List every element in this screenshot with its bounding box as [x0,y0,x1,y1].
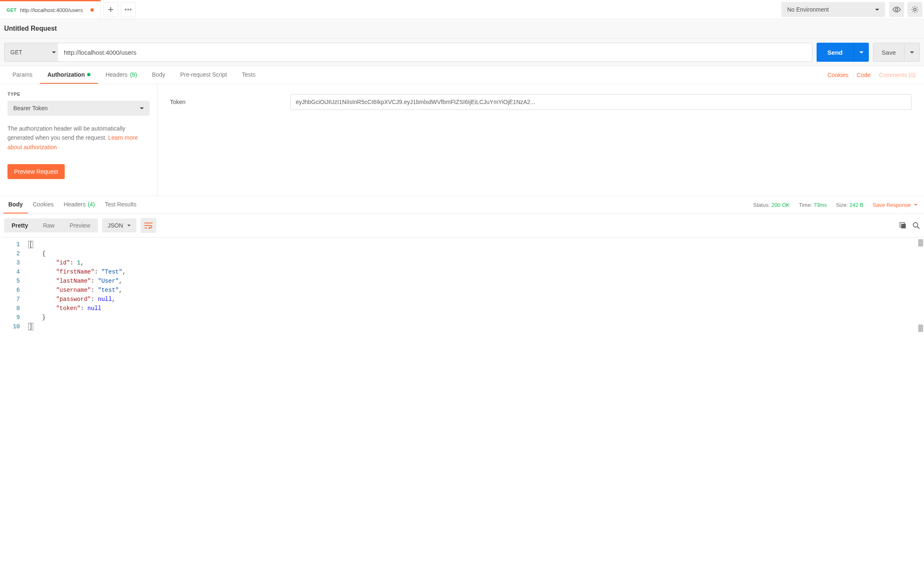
save-response-button[interactable]: Save Response [873,202,917,208]
code-line: "username": "test", [28,286,924,295]
settings-button[interactable] [907,2,922,17]
chevron-down-icon [52,51,56,53]
code-line: } [28,313,924,322]
url-bar: GET Send Save [0,39,924,66]
scrollbar-thumb[interactable] [918,325,923,332]
chevron-down-icon [859,51,863,53]
chevron-down-icon [140,107,144,109]
code-line: ] [28,322,924,331]
code-lines[interactable]: [ { "id": 1, "firstName": "Test", "lastN… [28,237,924,334]
format-select[interactable]: JSON [102,218,136,233]
chevron-down-icon [127,225,131,226]
code-line: "id": 1, [28,258,924,267]
chevron-down-icon [910,51,914,53]
request-title: Untitled Request [4,25,920,32]
resp-tab-cookies[interactable]: Cookies [28,196,59,213]
resp-tab-headers[interactable]: Headers (4) [59,196,100,213]
eye-icon [892,7,901,12]
request-title-row: Untitled Request [0,19,924,39]
response-body: 1 2 3 4 5 6 7 8 9 10 [ { "id": 1, "first… [0,237,924,334]
auth-left-pane: TYPE Bearer Token The authorization head… [0,84,158,196]
search-icon [912,222,920,229]
tab-tests[interactable]: Tests [234,66,263,84]
send-button[interactable]: Send [817,43,869,62]
view-pretty[interactable]: Pretty [4,218,36,233]
authorization-panel: TYPE Bearer Token The authorization head… [0,84,924,196]
svg-point-0 [125,9,126,10]
view-preview[interactable]: Preview [62,218,98,233]
tab-headers[interactable]: Headers (9) [98,66,144,84]
http-method-select[interactable]: GET [4,43,62,62]
response-meta: Status: 200 OK Time: 73ms Size: 242 B Sa… [753,202,921,208]
auth-type-label: TYPE [7,92,150,97]
send-label: Send [817,43,854,62]
search-button[interactable] [912,222,920,229]
status-meta: Status: 200 OK [753,202,790,208]
request-tabs: Params Authorization Headers (9) Body Pr… [0,66,924,84]
cookies-link[interactable]: Cookies [827,72,849,78]
auth-type-select[interactable]: Bearer Token [7,101,150,116]
code-line: "token": null [28,304,924,313]
save-label: Save [873,43,905,61]
save-options-button[interactable] [905,43,919,61]
preview-request-button[interactable]: Preview Request [7,164,65,179]
new-tab-button[interactable] [103,2,118,17]
line-gutter: 1 2 3 4 5 6 7 8 9 10 [0,237,28,334]
size-meta: Size: 242 B [836,202,864,208]
svg-point-4 [914,8,916,11]
tab-prerequest[interactable]: Pre-request Script [173,66,234,84]
comments-link[interactable]: Comments (0) [879,72,916,78]
token-row: Token [170,94,912,110]
code-link[interactable]: Code [857,72,871,78]
svg-point-1 [127,9,129,10]
tab-url: http://localhost:4000/users [20,7,83,13]
auth-type-value: Bearer Token [13,105,48,111]
save-button[interactable]: Save [873,43,920,62]
url-input[interactable] [58,43,812,62]
wrap-lines-button[interactable] [141,218,156,233]
environment-select[interactable]: No Environment [781,2,885,17]
gear-icon [911,6,919,13]
copy-button[interactable] [899,222,907,229]
plus-icon [108,7,114,12]
tab-options-button[interactable] [121,2,136,17]
environment-quicklook-button[interactable] [889,2,904,17]
chevron-down-icon [914,204,917,206]
svg-point-7 [913,223,918,227]
send-options-button[interactable] [854,43,869,62]
copy-icon [899,222,907,229]
view-mode-segment: Pretty Raw Preview [4,218,98,233]
auth-right-pane: Token [158,84,924,196]
response-tabs: Body Cookies Headers (4) Test Results St… [0,196,924,214]
time-meta: Time: 73ms [799,202,827,208]
view-raw[interactable]: Raw [36,218,62,233]
svg-point-3 [895,8,898,11]
tab-authorization[interactable]: Authorization [40,66,98,84]
request-tab[interactable]: GET http://localhost:4000/users [0,0,101,19]
top-bar: GET http://localhost:4000/users No Envir… [0,0,924,19]
scrollbar-thumb[interactable] [918,239,923,247]
http-method-label: GET [10,49,22,56]
tab-method: GET [7,7,17,12]
resp-tab-body[interactable]: Body [3,196,28,213]
unsaved-dot-icon [90,8,94,12]
response-view-controls: Pretty Raw Preview JSON [0,214,924,237]
svg-rect-5 [901,224,906,228]
wrap-icon [144,222,153,229]
code-line: "lastName": "User", [28,276,924,286]
token-input[interactable] [290,94,912,110]
code-line: [ [28,240,924,249]
code-line: "password": null, [28,295,924,304]
code-line: { [28,249,924,258]
auth-note: The authorization header will be automat… [7,124,150,152]
token-label: Token [170,99,278,105]
format-label: JSON [108,222,123,229]
chevron-down-icon [875,9,879,11]
svg-point-2 [130,9,131,10]
environment-label: No Environment [787,6,829,13]
resp-tab-test-results[interactable]: Test Results [100,196,141,213]
ellipsis-icon [125,9,131,10]
tab-body[interactable]: Body [145,66,173,84]
tab-params[interactable]: Params [5,66,40,84]
code-line: "firstName": "Test", [28,267,924,276]
